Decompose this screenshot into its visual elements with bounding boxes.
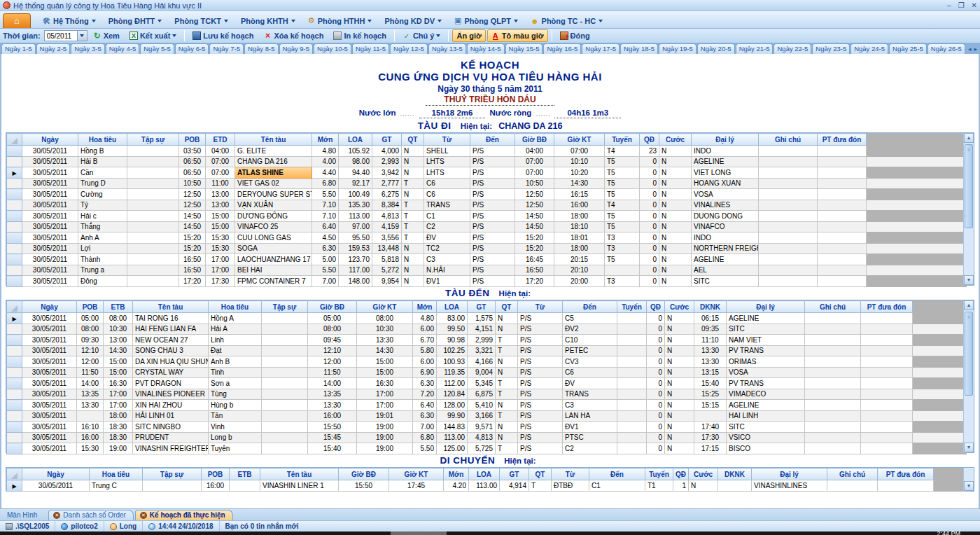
table-cell[interactable]: 10:50 (179, 178, 206, 189)
day-tab-ngày-23-5[interactable]: Ngày 23-5 (812, 43, 850, 54)
table-cell[interactable]: Tân (209, 410, 262, 422)
table-cell[interactable]: 18:30 (104, 432, 133, 443)
table-cell[interactable]: 17:00 (206, 265, 235, 276)
table-cell[interactable]: VOSA (727, 367, 805, 378)
table-cell[interactable] (262, 410, 308, 422)
table-cell[interactable]: 05:00 (308, 313, 357, 324)
table-cell[interactable]: ĐV (563, 378, 617, 389)
table-cell[interactable] (759, 254, 818, 265)
table-cell[interactable]: N (496, 422, 518, 433)
menu-item-8[interactable]: ☻Phòng TC - HC (524, 15, 609, 28)
table-cell[interactable]: 13:30 (77, 400, 104, 411)
table-cell[interactable]: VIMADECO (727, 389, 805, 400)
table-cell[interactable]: Thắng (78, 221, 127, 232)
table-cell[interactable]: 100.93 (437, 356, 468, 368)
table-cell[interactable]: 30/05/2011 (22, 276, 78, 287)
table-cell[interactable]: 30/05/2011 (22, 356, 77, 368)
table-cell[interactable]: ĐV1 (424, 276, 470, 287)
table-cell[interactable] (617, 432, 647, 443)
table-cell[interactable]: 12:00 (77, 356, 104, 368)
table-cell[interactable] (861, 410, 913, 422)
table-cell[interactable]: 6,275 (372, 189, 402, 200)
table-cell[interactable]: Thành (78, 254, 127, 265)
table-cell[interactable]: 30/05/2011 (22, 265, 78, 276)
row-selector[interactable] (7, 367, 22, 378)
table-cell[interactable]: DERYOUNG SUPER STAR (235, 189, 312, 200)
table-cell[interactable]: C5 (563, 313, 617, 324)
table-cell[interactable]: 19:00 (357, 432, 413, 443)
table-cell[interactable] (127, 265, 179, 276)
table-cell[interactable] (861, 345, 913, 356)
table-cell[interactable]: T (402, 221, 424, 232)
table-cell[interactable]: Tuyên (209, 443, 262, 454)
table-cell[interactable] (861, 367, 913, 378)
table-cell[interactable]: P/S (518, 410, 563, 422)
table-cell[interactable]: LHTS (424, 167, 470, 179)
row-selector[interactable] (7, 254, 22, 265)
table-cell[interactable]: 12:10 (308, 345, 357, 356)
table-cell[interactable] (262, 367, 308, 378)
table-cell[interactable]: 17:30 (206, 276, 235, 287)
table-cell[interactable]: P/S (518, 367, 563, 378)
table-row[interactable]: 30/05/2011Trung a16:5017:00BEI HAI5.5011… (7, 265, 967, 276)
column-header[interactable]: Giờ BĐ (339, 468, 389, 480)
column-header[interactable]: Giờ BĐ (308, 301, 357, 313)
month-select[interactable]: 05/2011 (44, 30, 88, 41)
table-cell[interactable] (759, 156, 818, 167)
table-cell[interactable]: 4,813 (468, 432, 496, 443)
day-tab-ngày-5-5[interactable]: Ngày 5-5 (140, 43, 174, 54)
table-cell[interactable]: 15:50 (339, 480, 389, 492)
table-cell[interactable]: 13,448 (372, 243, 402, 254)
table-row[interactable]: 30/05/2011Cường12:5013:00DERYOUNG SUPER … (7, 189, 967, 200)
table-cell[interactable]: 06:15 (694, 313, 727, 324)
table-cell[interactable]: P/S (518, 356, 563, 368)
table-cell[interactable]: 30/05/2011 (22, 389, 77, 400)
table-cell[interactable]: 102.25 (437, 345, 468, 356)
table-cell[interactable] (818, 156, 867, 167)
table-cell[interactable]: PV TRANS (727, 378, 805, 389)
table-cell[interactable]: T5 (605, 156, 640, 167)
table-cell[interactable]: T3 (605, 276, 640, 287)
table-cell[interactable]: 15:20 (515, 232, 554, 244)
table-cell[interactable]: T (496, 335, 518, 346)
table-cell[interactable]: 5,410 (468, 400, 496, 411)
table-cell[interactable]: PETEC (563, 345, 617, 356)
table-cell[interactable]: 8,384 (372, 200, 402, 211)
table-cell[interactable] (878, 480, 934, 492)
table-cell[interactable] (262, 443, 308, 454)
table-cell[interactable]: C6 (424, 189, 470, 200)
table-cell[interactable]: 13:30 (694, 345, 727, 356)
table-cell[interactable]: 05:00 (77, 313, 104, 324)
table-row[interactable]: 30/05/201112:0015:00DA XIN HUA QIU SHUNA… (7, 356, 967, 368)
table-cell[interactable]: 30/05/2011 (22, 232, 78, 244)
column-header[interactable]: LOA (339, 134, 372, 146)
table-cell[interactable]: C1 (589, 480, 645, 492)
table-cell[interactable]: Sơn a (209, 378, 262, 389)
table-cell[interactable]: 0 (640, 211, 659, 222)
table-cell[interactable]: ĐV2 (563, 324, 617, 335)
table-cell[interactable]: N (496, 367, 518, 378)
table-cell[interactable]: 95.50 (339, 232, 372, 244)
table-cell[interactable]: TAI RONG 16 (133, 313, 209, 324)
table-cell[interactable]: 4.80 (312, 146, 339, 157)
table-cell[interactable]: 120.84 (437, 389, 468, 400)
table-cell[interactable]: 30/05/2011 (22, 167, 78, 179)
table-cell[interactable]: 17:20 (515, 276, 554, 287)
table-cell[interactable]: 2,777 (372, 178, 402, 189)
table-cell[interactable]: T5 (605, 221, 640, 232)
table-cell[interactable]: 4.50 (312, 232, 339, 244)
column-header[interactable]: Mớn (444, 468, 469, 480)
maximize-button[interactable]: ❐ (958, 1, 965, 9)
day-tab-ngày-21-5[interactable]: Ngày 21-5 (736, 43, 774, 54)
day-tab-ngày-7-5[interactable]: Ngày 7-5 (209, 43, 244, 54)
table-cell[interactable]: 17:15 (694, 443, 727, 454)
table-cell[interactable]: 30/05/2011 (22, 156, 78, 167)
table-cell[interactable]: Trung C (90, 480, 143, 492)
table-cell[interactable]: Tinh (209, 367, 262, 378)
table-cell[interactable]: Long b (209, 432, 262, 443)
table-cell[interactable]: 6.40 (413, 400, 437, 411)
chevron-down-icon[interactable] (77, 31, 87, 41)
table-cell[interactable] (262, 400, 308, 411)
document-tab-1[interactable]: Màn Hình (3, 510, 47, 520)
table-cell[interactable]: 0 (647, 345, 665, 356)
